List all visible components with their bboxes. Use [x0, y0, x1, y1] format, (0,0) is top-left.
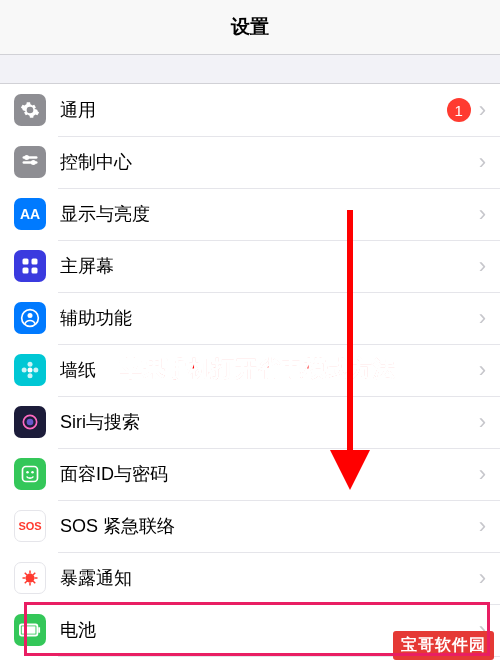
home-screen-icon: [14, 250, 46, 282]
row-label: 暴露通知: [60, 566, 479, 590]
svg-point-10: [28, 368, 33, 373]
chevron-right-icon: ›: [479, 357, 486, 383]
page-title: 设置: [0, 0, 500, 55]
accessibility-icon: [14, 302, 46, 334]
settings-scroll[interactable]: 通用1›控制中心›AA显示与亮度›主屏幕›辅助功能›墙纸›Siri与搜索›面容I…: [0, 55, 500, 666]
svg-line-25: [25, 573, 27, 575]
svg-point-19: [31, 471, 34, 474]
svg-point-18: [26, 471, 29, 474]
row-label: 面容ID与密码: [60, 462, 479, 486]
row-label: 辅助功能: [60, 306, 479, 330]
row-label: 控制中心: [60, 150, 479, 174]
svg-line-27: [25, 581, 27, 583]
svg-point-14: [33, 368, 38, 373]
svg-point-16: [27, 419, 34, 426]
control-center-icon: [14, 146, 46, 178]
chevron-right-icon: ›: [479, 565, 486, 591]
settings-row-home-screen[interactable]: 主屏幕›: [0, 240, 500, 292]
svg-rect-4: [23, 259, 29, 265]
svg-point-11: [28, 362, 33, 367]
chevron-right-icon: ›: [479, 149, 486, 175]
exposure-icon: [14, 562, 46, 594]
svg-rect-6: [23, 268, 29, 274]
row-label: 显示与亮度: [60, 202, 479, 226]
svg-point-3: [31, 160, 36, 165]
svg-line-26: [33, 581, 35, 583]
svg-point-9: [28, 313, 33, 318]
chevron-right-icon: ›: [479, 409, 486, 435]
sos-icon: SOS: [14, 510, 46, 542]
row-label: 墙纸: [60, 358, 479, 382]
battery-icon: [14, 614, 46, 646]
row-label: 通用: [60, 98, 447, 122]
row-label: Siri与搜索: [60, 410, 479, 434]
general-icon: [14, 94, 46, 126]
svg-line-28: [33, 573, 35, 575]
watermark-badge: 宝哥软件园: [393, 631, 494, 660]
chevron-right-icon: ›: [479, 461, 486, 487]
settings-row-exposure[interactable]: 暴露通知›: [0, 552, 500, 604]
settings-row-sos[interactable]: SOSSOS 紧急联络›: [0, 500, 500, 552]
settings-row-accessibility[interactable]: 辅助功能›: [0, 292, 500, 344]
chevron-right-icon: ›: [479, 253, 486, 279]
svg-rect-7: [32, 268, 38, 274]
settings-row-control-center[interactable]: 控制中心›: [0, 136, 500, 188]
settings-group: 通用1›控制中心›AA显示与亮度›主屏幕›辅助功能›墙纸›Siri与搜索›面容I…: [0, 83, 500, 666]
chevron-right-icon: ›: [479, 201, 486, 227]
settings-row-general[interactable]: 通用1›: [0, 84, 500, 136]
display-icon: AA: [14, 198, 46, 230]
faceid-icon: [14, 458, 46, 490]
settings-row-siri[interactable]: Siri与搜索›: [0, 396, 500, 448]
wallpaper-icon: [14, 354, 46, 386]
chevron-right-icon: ›: [479, 305, 486, 331]
row-label: 主屏幕: [60, 254, 479, 278]
chevron-right-icon: ›: [479, 513, 486, 539]
notification-badge: 1: [447, 98, 471, 122]
svg-rect-17: [23, 467, 38, 482]
siri-icon: [14, 406, 46, 438]
svg-rect-30: [22, 626, 36, 633]
svg-point-12: [28, 373, 33, 378]
row-label: SOS 紧急联络: [60, 514, 479, 538]
svg-point-13: [22, 368, 27, 373]
chevron-right-icon: ›: [479, 97, 486, 123]
svg-point-2: [24, 155, 29, 160]
settings-row-display[interactable]: AA显示与亮度›: [0, 188, 500, 240]
settings-row-wallpaper[interactable]: 墙纸›: [0, 344, 500, 396]
settings-row-faceid[interactable]: 面容ID与密码›: [0, 448, 500, 500]
svg-rect-5: [32, 259, 38, 265]
svg-rect-31: [38, 627, 40, 633]
